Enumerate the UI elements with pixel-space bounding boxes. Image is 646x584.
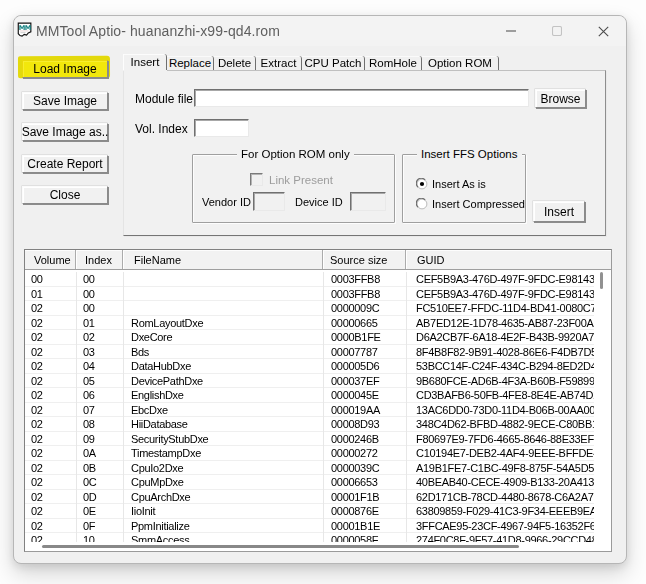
cell-guid: 348C4D62-BFBD-4882-9ECE-C80BB1C4783B: [416, 417, 594, 432]
cell-index: 05: [83, 374, 123, 389]
module-row[interactable]: 020EIioInit0000876E63809859-F029-41C3-9F…: [25, 504, 594, 519]
cell-filename: SecurityStubDxe: [131, 432, 323, 447]
column-header-guid[interactable]: GUID: [406, 250, 611, 269]
tab-option-rom[interactable]: Option ROM: [422, 56, 499, 70]
cell-filename: DxeCore: [131, 330, 323, 345]
cell-source-size: 000037EF: [331, 374, 406, 389]
device-id-input[interactable]: [350, 192, 386, 211]
module-row[interactable]: 0205DevicePathDxe000037EF9B680FCE-AD6B-4…: [25, 374, 594, 389]
cell-source-size: 00008D93: [331, 417, 406, 432]
cell-index: 09: [83, 432, 123, 447]
tab-replace[interactable]: Replace: [167, 56, 214, 70]
insert-as-is-row: Insert As is: [416, 178, 486, 190]
cell-guid: CEF5B9A3-476D-497F-9FDC-E98143E0422C: [416, 287, 594, 302]
vendor-id-label: Vendor ID: [202, 196, 251, 208]
module-row[interactable]: 020CCpuMpDxe0000665340BEAB40-CECE-4909-B…: [25, 475, 594, 490]
column-header-source-size[interactable]: Source size: [323, 250, 406, 269]
cell-index: 01: [83, 316, 123, 331]
radio-unchecked-icon[interactable]: [416, 198, 428, 210]
module-row[interactable]: 00000003FFB8CEF5B9A3-476D-497F-9FDC-E981…: [25, 272, 594, 287]
module-row[interactable]: 020BCpuIo2Dxe0000039CA19B1FE7-C1BC-49F8-…: [25, 461, 594, 476]
insert-compressed-label: Insert Compressed: [432, 198, 525, 210]
cell-filename: CpuArchDxe: [131, 490, 323, 505]
module-row[interactable]: 01000003FFB8CEF5B9A3-476D-497F-9FDC-E981…: [25, 287, 594, 302]
cell-volume: 02: [31, 359, 76, 374]
save-image-as-button[interactable]: Save Image as..: [22, 123, 108, 141]
maximize-button[interactable]: [534, 16, 580, 46]
cell-filename: [131, 301, 323, 316]
cell-filename: [131, 287, 323, 302]
column-header-index[interactable]: Index: [76, 250, 123, 269]
insert-button[interactable]: Insert: [533, 201, 585, 222]
option-rom-group-title: For Option ROM only: [237, 148, 354, 160]
vertical-scrollbar-thumb[interactable]: [600, 272, 603, 289]
column-header-volume[interactable]: Volume: [25, 250, 76, 269]
cell-index: 10: [83, 533, 123, 542]
module-row[interactable]: 0208HiiDatabase00008D93348C4D62-BFBD-488…: [25, 417, 594, 432]
module-row[interactable]: 0210SmmAccess0000058F274F0C8F-9F57-41D8-…: [25, 533, 594, 542]
module-row[interactable]: 020FPpmInitialize00001B1E3FFCAE95-23CF-4…: [25, 519, 594, 534]
module-row[interactable]: 0202DxeCore0000B1FED6A2CB7F-6A18-4E2F-B4…: [25, 330, 594, 345]
cell-guid: 3FFCAE95-23CF-4967-94F5-16352F68E43B: [416, 519, 594, 534]
cell-filename: PpmInitialize: [131, 519, 323, 534]
column-header-filename[interactable]: FileName: [123, 250, 323, 269]
module-row[interactable]: 020ATimestampDxe00000272C10194E7-DEB2-4A…: [25, 446, 594, 461]
vol-index-input[interactable]: [194, 119, 249, 137]
cell-source-size: 0000876E: [331, 504, 406, 519]
cell-guid: F80697E9-7FD6-4665-8646-88E33EF71DFC: [416, 432, 594, 447]
cell-volume: 02: [31, 403, 76, 418]
tab-extract[interactable]: Extract: [256, 56, 302, 70]
cell-source-size: 0003FFB8: [331, 287, 406, 302]
insert-tab-panel: Module file Browse Vol. Index For Option…: [123, 70, 606, 236]
ffs-options-group: Insert FFS Options Insert As is Insert C…: [402, 154, 526, 223]
close-button[interactable]: [580, 16, 626, 46]
cell-guid: 53BCC14F-C24F-434C-B294-8ED2D4CC1860: [416, 359, 594, 374]
cell-filename: CpuMpDxe: [131, 475, 323, 490]
module-row[interactable]: 0209SecurityStubDxe0000246BF80697E9-7FD6…: [25, 432, 594, 447]
module-row[interactable]: 0201RomLayoutDxe00000665AB7ED12E-1D78-46…: [25, 316, 594, 331]
tab-delete[interactable]: Delete: [214, 56, 256, 70]
cell-volume: 02: [31, 475, 76, 490]
cell-guid: 13AC6DD0-73D0-11D4-B06B-00AA00BD6DE7: [416, 403, 594, 418]
cell-filename: SmmAccess: [131, 533, 323, 542]
tab-insert[interactable]: Insert: [123, 54, 167, 70]
vendor-id-input[interactable]: [253, 192, 285, 211]
cell-guid: 63809859-F029-41C3-9F34-EEEB9EA68AEF: [416, 504, 594, 519]
close-button[interactable]: Close: [22, 186, 108, 204]
cell-index: 0D: [83, 490, 123, 505]
cell-index: 08: [83, 417, 123, 432]
minimize-icon: [506, 26, 516, 36]
module-file-input[interactable]: [194, 89, 529, 107]
maximize-icon: [552, 26, 562, 36]
cell-volume: 02: [31, 490, 76, 505]
cell-source-size: 00001B1E: [331, 519, 406, 534]
module-row[interactable]: 0206EnglishDxe0000045ECD3BAFB6-50FB-4FE8…: [25, 388, 594, 403]
cell-source-size: 0000058F: [331, 533, 406, 542]
module-row[interactable]: 0207EbcDxe000019AA13AC6DD0-73D0-11D4-B06…: [25, 403, 594, 418]
cell-filename: EnglishDxe: [131, 388, 323, 403]
cell-index: 06: [83, 388, 123, 403]
app-window: MM MMTool Aptio- huananzhi-x99-qd4.rom L…: [13, 15, 627, 564]
ffs-options-group-title: Insert FFS Options: [417, 148, 522, 160]
column-gridline: [76, 272, 77, 542]
cell-source-size: 0000009C: [331, 301, 406, 316]
horizontal-scrollbar-thumb[interactable]: [42, 545, 519, 548]
browse-button[interactable]: Browse: [535, 89, 586, 108]
tab-cpu-patch[interactable]: CPU Patch: [302, 56, 365, 70]
module-row[interactable]: 0203Bds000077878F4B8F82-9B91-4028-86E6-F…: [25, 345, 594, 360]
tab-romhole[interactable]: RomHole: [365, 56, 422, 70]
minimize-button[interactable]: [488, 16, 534, 46]
cell-index: 0E: [83, 504, 123, 519]
load-image-button[interactable]: Load Image: [22, 60, 108, 78]
module-row[interactable]: 02000000009CFC510EE7-FFDC-11D4-BD41-0080…: [25, 301, 594, 316]
save-image-button[interactable]: Save Image: [22, 92, 108, 110]
link-present-checkbox[interactable]: [250, 173, 263, 186]
create-report-button[interactable]: Create Report: [22, 155, 108, 173]
cell-guid: C10194E7-DEB2-4AF4-9EEE-BFFDE4D7D4C7: [416, 446, 594, 461]
radio-checked-icon[interactable]: [416, 178, 428, 190]
module-row[interactable]: 020DCpuArchDxe00001F1B62D171CB-78CD-4480…: [25, 490, 594, 505]
link-present-label: Link Present: [269, 174, 333, 186]
cell-index: 07: [83, 403, 123, 418]
desktop: MM MMTool Aptio- huananzhi-x99-qd4.rom L…: [0, 0, 646, 584]
module-row[interactable]: 0204DataHubDxe000005D653BCC14F-C24F-434C…: [25, 359, 594, 374]
